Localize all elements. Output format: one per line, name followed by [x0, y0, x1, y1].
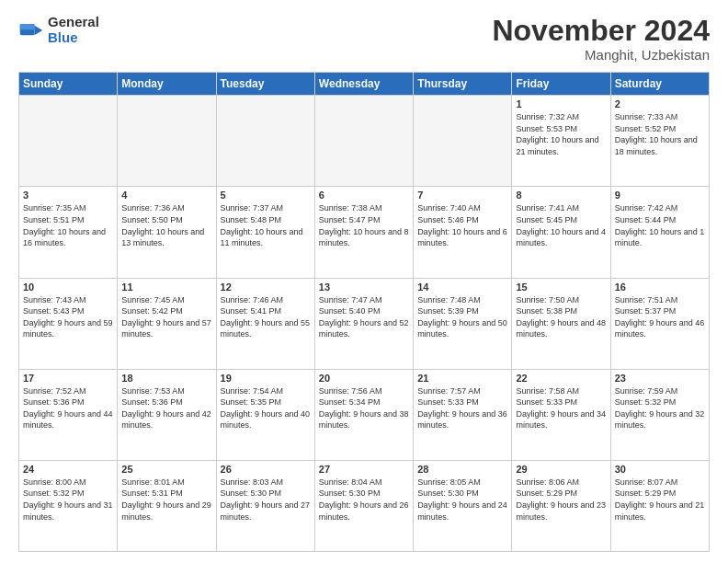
header: General Blue November 2024 Manghit, Uzbe… — [18, 15, 710, 63]
weekday-header-saturday: Saturday — [610, 73, 709, 96]
day-number: 23 — [615, 373, 705, 384]
calendar-cell: 26Sunrise: 8:03 AM Sunset: 5:30 PM Dayli… — [216, 460, 314, 551]
calendar-cell: 27Sunrise: 8:04 AM Sunset: 5:30 PM Dayli… — [314, 460, 413, 551]
calendar-cell: 16Sunrise: 7:51 AM Sunset: 5:37 PM Dayli… — [610, 278, 709, 369]
calendar-cell: 23Sunrise: 7:59 AM Sunset: 5:32 PM Dayli… — [610, 369, 709, 460]
calendar-week-1: 1Sunrise: 7:32 AM Sunset: 5:53 PM Daylig… — [19, 96, 710, 187]
weekday-header-friday: Friday — [512, 73, 610, 96]
day-number: 28 — [417, 464, 507, 475]
day-info: Sunrise: 8:00 AM Sunset: 5:32 PM Dayligh… — [23, 477, 113, 523]
calendar-cell: 9Sunrise: 7:42 AM Sunset: 5:44 PM Daylig… — [610, 187, 709, 278]
day-number: 14 — [417, 282, 507, 293]
day-info: Sunrise: 7:46 AM Sunset: 5:41 PM Dayligh… — [221, 294, 311, 340]
calendar-cell: 12Sunrise: 7:46 AM Sunset: 5:41 PM Dayli… — [216, 278, 314, 369]
day-info: Sunrise: 8:04 AM Sunset: 5:30 PM Dayligh… — [319, 477, 409, 523]
calendar-cell: 15Sunrise: 7:50 AM Sunset: 5:38 PM Dayli… — [512, 278, 610, 369]
month-title: November 2024 — [492, 15, 710, 47]
calendar-cell — [216, 96, 314, 187]
calendar-cell: 7Sunrise: 7:40 AM Sunset: 5:46 PM Daylig… — [414, 187, 512, 278]
calendar-cell — [414, 96, 512, 187]
calendar-cell: 3Sunrise: 7:35 AM Sunset: 5:51 PM Daylig… — [19, 187, 118, 278]
day-info: Sunrise: 7:53 AM Sunset: 5:36 PM Dayligh… — [121, 385, 211, 431]
day-number: 12 — [221, 282, 311, 293]
day-info: Sunrise: 8:05 AM Sunset: 5:30 PM Dayligh… — [417, 477, 507, 523]
day-number: 18 — [121, 373, 211, 384]
day-info: Sunrise: 7:47 AM Sunset: 5:40 PM Dayligh… — [319, 294, 409, 340]
calendar-cell: 19Sunrise: 7:54 AM Sunset: 5:35 PM Dayli… — [216, 369, 314, 460]
day-info: Sunrise: 7:33 AM Sunset: 5:52 PM Dayligh… — [615, 111, 705, 157]
day-number: 10 — [23, 282, 113, 293]
day-info: Sunrise: 7:45 AM Sunset: 5:42 PM Dayligh… — [121, 294, 211, 340]
day-number: 4 — [121, 190, 211, 201]
calendar-cell: 1Sunrise: 7:32 AM Sunset: 5:53 PM Daylig… — [512, 96, 610, 187]
calendar-cell: 2Sunrise: 7:33 AM Sunset: 5:52 PM Daylig… — [610, 96, 709, 187]
location: Manghit, Uzbekistan — [492, 47, 710, 63]
day-number: 20 — [319, 373, 409, 384]
day-number: 25 — [121, 464, 211, 475]
calendar-cell: 22Sunrise: 7:58 AM Sunset: 5:33 PM Dayli… — [512, 369, 610, 460]
title-block: November 2024 Manghit, Uzbekistan — [492, 15, 710, 63]
day-info: Sunrise: 7:58 AM Sunset: 5:33 PM Dayligh… — [516, 385, 606, 431]
day-number: 9 — [615, 190, 705, 201]
day-info: Sunrise: 7:54 AM Sunset: 5:35 PM Dayligh… — [221, 385, 311, 431]
day-number: 19 — [221, 373, 311, 384]
day-number: 29 — [516, 464, 606, 475]
weekday-header-tuesday: Tuesday — [216, 73, 314, 96]
calendar-table: SundayMondayTuesdayWednesdayThursdayFrid… — [18, 72, 710, 552]
calendar-week-2: 3Sunrise: 7:35 AM Sunset: 5:51 PM Daylig… — [19, 187, 710, 278]
calendar-cell — [118, 96, 216, 187]
day-number: 26 — [221, 464, 311, 475]
day-number: 2 — [615, 98, 705, 109]
day-info: Sunrise: 7:36 AM Sunset: 5:50 PM Dayligh… — [121, 202, 211, 248]
day-number: 8 — [516, 190, 606, 201]
svg-rect-2 — [20, 24, 35, 29]
calendar-cell — [314, 96, 413, 187]
day-info: Sunrise: 8:01 AM Sunset: 5:31 PM Dayligh… — [121, 477, 211, 523]
day-info: Sunrise: 7:42 AM Sunset: 5:44 PM Dayligh… — [615, 202, 705, 248]
weekday-header-row: SundayMondayTuesdayWednesdayThursdayFrid… — [19, 73, 710, 96]
day-number: 5 — [221, 190, 311, 201]
calendar-cell: 13Sunrise: 7:47 AM Sunset: 5:40 PM Dayli… — [314, 278, 413, 369]
calendar-cell: 29Sunrise: 8:06 AM Sunset: 5:29 PM Dayli… — [512, 460, 610, 551]
calendar-week-5: 24Sunrise: 8:00 AM Sunset: 5:32 PM Dayli… — [19, 460, 710, 551]
calendar-cell: 18Sunrise: 7:53 AM Sunset: 5:36 PM Dayli… — [118, 369, 216, 460]
calendar-cell: 11Sunrise: 7:45 AM Sunset: 5:42 PM Dayli… — [118, 278, 216, 369]
logo-general: General — [48, 15, 99, 30]
calendar-cell: 17Sunrise: 7:52 AM Sunset: 5:36 PM Dayli… — [19, 369, 118, 460]
day-info: Sunrise: 7:52 AM Sunset: 5:36 PM Dayligh… — [23, 385, 113, 431]
logo-blue: Blue — [48, 30, 99, 46]
day-info: Sunrise: 7:38 AM Sunset: 5:47 PM Dayligh… — [319, 202, 409, 248]
day-info: Sunrise: 7:57 AM Sunset: 5:33 PM Dayligh… — [417, 385, 507, 431]
day-info: Sunrise: 7:48 AM Sunset: 5:39 PM Dayligh… — [417, 294, 507, 340]
logo: General Blue — [18, 15, 99, 45]
day-info: Sunrise: 7:43 AM Sunset: 5:43 PM Dayligh… — [23, 294, 113, 340]
calendar-cell: 30Sunrise: 8:07 AM Sunset: 5:29 PM Dayli… — [610, 460, 709, 551]
calendar-week-4: 17Sunrise: 7:52 AM Sunset: 5:36 PM Dayli… — [19, 369, 710, 460]
calendar-cell — [19, 96, 118, 187]
day-info: Sunrise: 7:51 AM Sunset: 5:37 PM Dayligh… — [615, 294, 705, 340]
day-info: Sunrise: 7:56 AM Sunset: 5:34 PM Dayligh… — [319, 385, 409, 431]
day-info: Sunrise: 7:40 AM Sunset: 5:46 PM Dayligh… — [417, 202, 507, 248]
calendar-cell: 24Sunrise: 8:00 AM Sunset: 5:32 PM Dayli… — [19, 460, 118, 551]
day-info: Sunrise: 7:37 AM Sunset: 5:48 PM Dayligh… — [221, 202, 311, 248]
logo-icon — [18, 17, 44, 43]
calendar-cell: 14Sunrise: 7:48 AM Sunset: 5:39 PM Dayli… — [414, 278, 512, 369]
day-info: Sunrise: 8:07 AM Sunset: 5:29 PM Dayligh… — [615, 477, 705, 523]
day-info: Sunrise: 7:50 AM Sunset: 5:38 PM Dayligh… — [516, 294, 606, 340]
calendar-cell: 21Sunrise: 7:57 AM Sunset: 5:33 PM Dayli… — [414, 369, 512, 460]
svg-marker-1 — [35, 25, 43, 35]
day-info: Sunrise: 8:03 AM Sunset: 5:30 PM Dayligh… — [221, 477, 311, 523]
calendar-cell: 4Sunrise: 7:36 AM Sunset: 5:50 PM Daylig… — [118, 187, 216, 278]
day-number: 7 — [417, 190, 507, 201]
day-info: Sunrise: 7:41 AM Sunset: 5:45 PM Dayligh… — [516, 202, 606, 248]
calendar-cell: 8Sunrise: 7:41 AM Sunset: 5:45 PM Daylig… — [512, 187, 610, 278]
day-number: 6 — [319, 190, 409, 201]
day-number: 27 — [319, 464, 409, 475]
calendar-week-3: 10Sunrise: 7:43 AM Sunset: 5:43 PM Dayli… — [19, 278, 710, 369]
calendar-cell: 20Sunrise: 7:56 AM Sunset: 5:34 PM Dayli… — [314, 369, 413, 460]
logo-text: General Blue — [48, 15, 99, 45]
weekday-header-sunday: Sunday — [19, 73, 118, 96]
page: General Blue November 2024 Manghit, Uzbe… — [0, 0, 728, 563]
day-number: 16 — [615, 282, 705, 293]
day-number: 3 — [23, 190, 113, 201]
